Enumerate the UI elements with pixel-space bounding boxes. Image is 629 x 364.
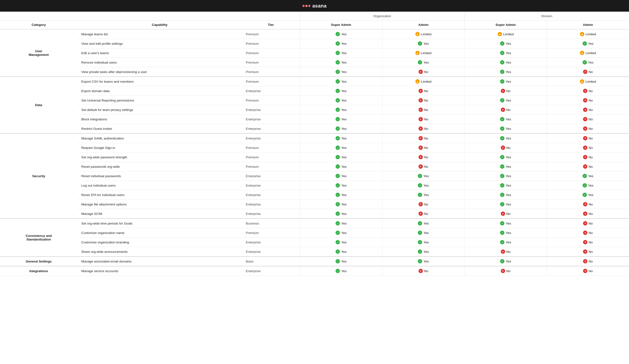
status-text: Yes <box>506 184 511 187</box>
status-badge: ✕No <box>501 211 510 216</box>
status-text: Yes <box>423 250 429 254</box>
status-text: Yes <box>341 212 346 216</box>
table-row: Require Google Sign-inPremium✓Yes✕No✕No✕… <box>0 143 629 153</box>
check-icon: ✓ <box>335 231 340 235</box>
warning-icon: ▲ <box>580 79 584 84</box>
status-badge: ✓Yes <box>335 211 346 216</box>
tier-cell: Enterprise <box>242 247 300 257</box>
value-cell: ▲Limited <box>547 77 629 86</box>
status-badge: ✕No <box>583 164 593 169</box>
status-text: Yes <box>341 174 346 178</box>
status-text: Yes <box>423 231 429 235</box>
status-badge: ✓Yes <box>583 41 594 46</box>
status-badge: ✓Yes <box>335 174 346 178</box>
status-badge: ✓Yes <box>500 183 511 187</box>
tier-cell: Enterprise <box>242 200 300 209</box>
status-text: Yes <box>341 42 346 45</box>
value-cell: ✓Yes <box>465 77 547 86</box>
org-group-header: Organization <box>300 12 465 20</box>
check-icon: ✓ <box>500 79 504 84</box>
value-cell: ✕No <box>382 86 465 96</box>
value-cell: ✕No <box>547 257 629 266</box>
capability-cell: Export CSV for teams and members <box>77 77 242 86</box>
status-badge: ✓Yes <box>335 259 346 264</box>
status-text: No <box>424 70 428 74</box>
x-icon: ✕ <box>419 202 423 206</box>
status-text: Limited <box>503 32 514 36</box>
check-icon: ✓ <box>418 183 422 187</box>
status-text: No <box>589 127 593 131</box>
status-text: Yes <box>423 184 429 187</box>
tier-cell: Enterprise <box>242 209 300 219</box>
status-text: Yes <box>341 117 346 121</box>
status-text: Yes <box>506 70 511 74</box>
status-text: Yes <box>341 269 346 273</box>
value-cell: ✕No <box>547 162 629 171</box>
warning-icon: ▲ <box>580 51 584 55</box>
check-icon: ✓ <box>500 155 504 159</box>
table-row: Consistency andStandardizationSet org-wi… <box>0 218 629 228</box>
status-badge: ✓Yes <box>500 117 511 121</box>
status-badge: ✓Yes <box>335 193 346 197</box>
value-cell: ✓Yes <box>465 67 547 77</box>
status-badge: ✓Yes <box>500 60 511 65</box>
status-badge: ✕No <box>583 107 593 112</box>
value-cell: ✕No <box>547 266 629 276</box>
check-icon: ✓ <box>335 164 340 169</box>
value-cell: ✕No <box>382 105 465 115</box>
status-badge: ✓Yes <box>335 231 346 235</box>
status-text: Yes <box>506 174 511 178</box>
x-icon: ✕ <box>583 107 587 112</box>
status-badge: ✓Yes <box>500 155 511 159</box>
value-cell: ✓Yes <box>300 29 382 39</box>
status-badge: ✓Yes <box>500 51 511 55</box>
value-cell: ✓Yes <box>382 228 465 238</box>
status-badge: ✕No <box>419 70 428 74</box>
status-badge: ✓Yes <box>500 259 511 264</box>
status-text: Limited <box>586 32 596 36</box>
x-icon: ✕ <box>583 155 587 159</box>
status-text: No <box>589 137 593 140</box>
check-icon: ✓ <box>583 183 587 187</box>
status-badge: ▲Limited <box>580 32 596 36</box>
status-text: No <box>424 212 428 216</box>
status-text: No <box>424 137 428 140</box>
check-icon: ✓ <box>335 183 340 187</box>
status-badge: ✓Yes <box>335 136 346 140</box>
value-cell: ✕No <box>465 86 547 96</box>
value-cell: ✕No <box>547 153 629 162</box>
value-cell: ✓Yes <box>300 218 382 228</box>
value-cell: ✓Yes <box>465 96 547 105</box>
x-icon: ✕ <box>419 155 423 159</box>
capability-cell: Manage teams list <box>77 29 242 39</box>
status-text: Yes <box>341 146 346 150</box>
value-cell: ✓Yes <box>300 238 382 247</box>
warning-icon: ▲ <box>580 32 584 36</box>
x-icon: ✕ <box>583 202 587 206</box>
value-cell: ✕No <box>465 266 547 276</box>
status-badge: ✕No <box>419 155 428 159</box>
value-cell: ✓Yes <box>382 171 465 181</box>
value-cell: ✓Yes <box>300 153 382 162</box>
capability-cell: Log out individual users <box>77 181 242 190</box>
check-icon: ✓ <box>418 174 422 178</box>
x-icon: ✕ <box>583 269 587 273</box>
value-cell: ✓Yes <box>382 181 465 190</box>
check-icon: ✓ <box>418 240 422 244</box>
status-badge: ✓Yes <box>335 41 346 46</box>
status-badge: ✓Yes <box>500 136 511 140</box>
check-icon: ✓ <box>418 249 422 254</box>
check-icon: ✓ <box>500 193 504 197</box>
value-cell: ✓Yes <box>465 162 547 171</box>
capability-cell: View and edit profile settings <box>77 39 242 48</box>
value-cell: ✓Yes <box>382 58 465 67</box>
check-icon: ✓ <box>335 174 340 178</box>
status-text: Yes <box>341 165 346 169</box>
warning-icon: ▲ <box>415 32 420 36</box>
table-body: UserManagementManage teams listPremium✓Y… <box>0 29 629 276</box>
value-cell: ✓Yes <box>465 171 547 181</box>
value-cell: ✓Yes <box>300 124 382 134</box>
status-text: No <box>424 202 428 206</box>
status-badge: ✕No <box>501 269 510 273</box>
value-cell: ✕No <box>382 133 465 143</box>
